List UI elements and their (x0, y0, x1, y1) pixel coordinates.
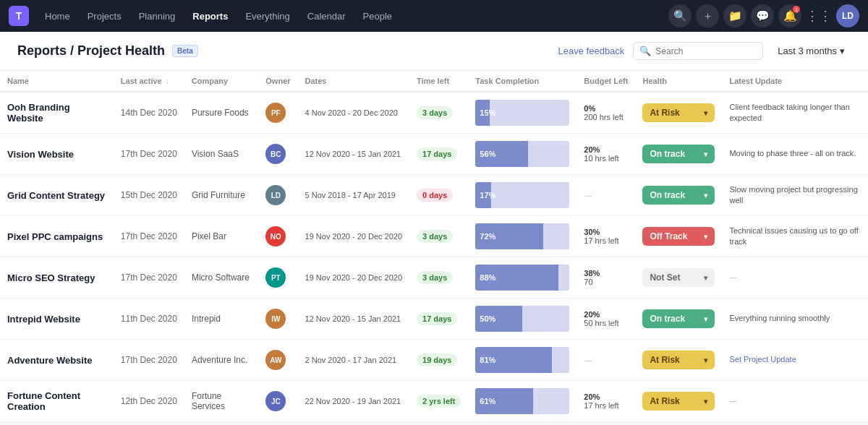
budget-cell: --- (576, 340, 635, 381)
task-completion-cell: 61% (468, 381, 576, 422)
time-left-badge: 19 days (417, 353, 457, 366)
owner-avatar: BC (265, 144, 286, 164)
health-badge[interactable]: Not Set ▾ (642, 268, 715, 287)
folder-icon-btn[interactable]: 📁 (723, 4, 746, 27)
budget-info: 0%200 hrs left (584, 104, 628, 121)
budget-cell: 20%50 hrs left (576, 299, 635, 340)
project-name-cell: Grid Content Strategy (0, 175, 114, 216)
task-bar: 88% (475, 265, 569, 291)
task-bar: 61% (475, 388, 569, 414)
latest-update-cell: Technical issues causing us to go off tr… (722, 216, 868, 257)
time-left-badge: 3 days (417, 106, 453, 119)
time-left-cell: 17 days (409, 299, 468, 340)
time-left-badge: 17 days (417, 147, 457, 160)
task-bar-label: 50% (480, 314, 495, 323)
project-name-cell: Vision Website (0, 134, 114, 175)
dates-cell: 22 Nov 2020 - 19 Jan 2021 (298, 381, 410, 422)
col-budget-left: Budget Left (576, 71, 635, 92)
time-left-badge: 3 days (417, 230, 453, 243)
leave-feedback-link[interactable]: Leave feedback (558, 46, 625, 56)
time-left-badge: 17 days (417, 312, 457, 325)
col-company: Company (184, 71, 258, 92)
health-chevron-icon: ▾ (704, 398, 707, 405)
col-health: Health (635, 71, 722, 92)
owner-avatar: PF (265, 103, 286, 123)
owner-cell: IW (258, 299, 297, 340)
health-chevron-icon: ▾ (704, 109, 707, 117)
nav-calendar[interactable]: Calendar (300, 7, 353, 26)
update-dash: --- (729, 396, 737, 405)
time-filter-label: Last 3 months (778, 46, 837, 56)
update-text: Moving to phase three - all on track. (729, 149, 856, 158)
add-icon-btn[interactable]: ＋ (696, 4, 719, 27)
apps-icon-btn[interactable]: ⋮⋮ (806, 8, 832, 24)
search-input[interactable] (655, 46, 757, 56)
search-box[interactable]: 🔍 (633, 42, 763, 60)
health-cell: On track ▾ (635, 175, 722, 216)
search-icon-btn[interactable]: 🔍 (668, 4, 692, 27)
time-left-cell: 19 days (409, 340, 468, 381)
task-bar: 15% (475, 100, 569, 126)
update-text: Client feedback taking longer than expec… (729, 103, 849, 122)
col-dates: Dates (298, 71, 410, 92)
last-active-cell: 12th Dec 2020 (114, 381, 184, 422)
task-completion-cell: 17% (468, 175, 576, 216)
set-project-update-link[interactable]: Set Project Update (729, 355, 796, 364)
project-name-cell: Fortune Content Creation (0, 381, 114, 422)
last-active-cell: 17th Dec 2020 (114, 340, 184, 381)
health-label: At Risk (650, 108, 679, 118)
last-active-cell: 14th Dec 2020 (114, 92, 184, 134)
nav-reports[interactable]: Reports (185, 7, 235, 26)
health-badge[interactable]: At Risk ▾ (642, 103, 715, 122)
task-bar-label: 56% (480, 150, 495, 158)
col-last-active[interactable]: Last active ↓ (114, 71, 184, 92)
owner-cell: JC (258, 381, 297, 422)
task-bar: 81% (475, 347, 569, 373)
budget-cell: 30%17 hrs left (576, 216, 635, 257)
dates-cell: 19 Nov 2020 - 20 Dec 2020 (298, 216, 410, 257)
health-badge[interactable]: At Risk ▾ (642, 392, 715, 411)
budget-dash: --- (584, 356, 592, 364)
user-avatar[interactable]: LD (836, 4, 859, 27)
task-bar-label: 81% (480, 356, 495, 364)
health-badge[interactable]: On track ▾ (642, 145, 715, 163)
company-cell: Vision SaaS (184, 134, 258, 175)
time-filter-dropdown[interactable]: Last 3 months ▾ (772, 43, 851, 59)
latest-update-cell: Moving to phase three - all on track. (722, 134, 868, 175)
health-badge[interactable]: On track ▾ (642, 309, 715, 328)
notifications-icon-btn[interactable]: 🔔 1 (778, 4, 801, 27)
chevron-down-icon: ▾ (840, 46, 845, 56)
time-left-badge: 3 days (417, 271, 453, 284)
task-bar-label: 15% (480, 108, 495, 117)
last-active-cell: 17th Dec 2020 (114, 134, 184, 175)
budget-info: 30%17 hrs left (584, 228, 628, 245)
project-name-cell: Intrepid Website (0, 299, 114, 340)
task-completion-cell: 81% (468, 340, 576, 381)
chat-icon-btn[interactable]: 💬 (751, 4, 774, 27)
latest-update-cell: --- (722, 257, 868, 299)
project-name-cell: Ooh Branding Website (0, 92, 114, 134)
task-bar: 56% (475, 141, 569, 167)
beta-badge: Beta (172, 45, 198, 57)
search-icon: 🔍 (639, 46, 651, 56)
update-text: Slow moving project but progressing well (729, 185, 857, 205)
nav-home[interactable]: Home (38, 7, 77, 26)
health-label: At Risk (650, 396, 679, 406)
nav-projects[interactable]: Projects (80, 7, 129, 26)
nav-planning[interactable]: Planning (132, 7, 183, 26)
health-label: On track (650, 314, 685, 324)
table-row: Pixel PPC campaigns 17th Dec 2020 Pixel … (0, 216, 868, 257)
health-cell: On track ▾ (635, 134, 722, 175)
health-badge[interactable]: Off Track ▾ (642, 227, 715, 246)
health-label: Not Set (650, 272, 680, 283)
health-badge[interactable]: At Risk ▾ (642, 351, 715, 369)
owner-cell: BC (258, 134, 297, 175)
last-active-cell: 17th Dec 2020 (114, 257, 184, 299)
owner-avatar: PT (265, 267, 286, 288)
nav-people[interactable]: People (356, 7, 399, 26)
nav-everything[interactable]: Everything (238, 7, 297, 26)
health-label: On track (650, 190, 685, 200)
health-badge[interactable]: On track ▾ (642, 186, 715, 205)
nav-logo[interactable]: T (9, 6, 29, 26)
project-name-cell: Pixel PPC campaigns (0, 216, 114, 257)
